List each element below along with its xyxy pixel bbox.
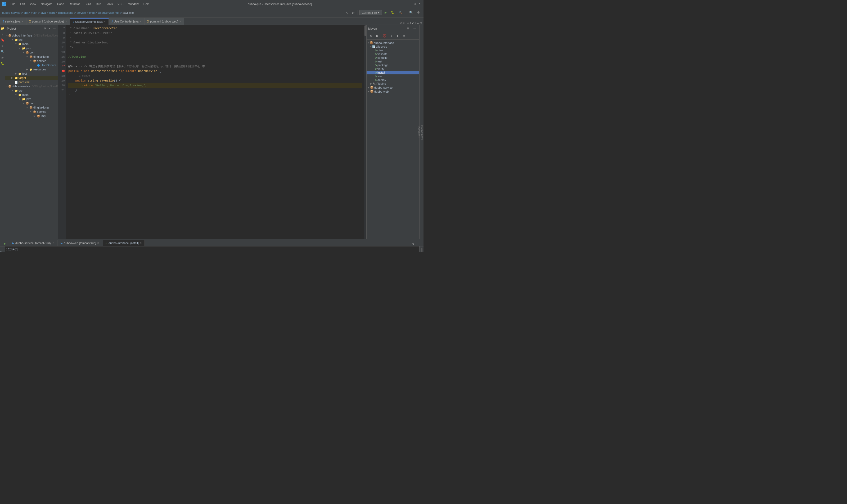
- maven-clean[interactable]: ⚙ clean: [366, 49, 419, 52]
- maven-dubbo-service[interactable]: ▶ 📦 dubbo-service: [366, 86, 419, 89]
- run-tool-icon[interactable]: ▶: [0, 55, 5, 60]
- maven-dubbo-interface[interactable]: ▾ 📦 dubbo-interface: [366, 41, 419, 45]
- notifications-label[interactable]: Notifications: [420, 125, 424, 140]
- menu-navigate[interactable]: Navigate: [39, 2, 54, 6]
- tree-dubbo-interface[interactable]: ▾ 📦 dubbo-interface D:\DingJiaxiong\Idea…: [5, 33, 58, 38]
- tab-service-java[interactable]: J service.java ✕: [0, 18, 26, 24]
- maven-package[interactable]: ⚙ package: [366, 63, 419, 67]
- tree-com-1[interactable]: ▾ 📦 com: [5, 50, 58, 55]
- tree-main-2[interactable]: ▾ 📁 main: [5, 93, 58, 97]
- run-settings-button[interactable]: ⚙: [411, 242, 416, 246]
- project-gear-button[interactable]: ≡: [48, 27, 51, 30]
- editor-scrollbar[interactable]: [364, 25, 366, 239]
- menu-edit[interactable]: Edit: [18, 2, 27, 6]
- bookmarks-icon[interactable]: 🔖: [0, 38, 5, 42]
- tree-service-interface[interactable]: ▾ 📦 service: [5, 59, 58, 63]
- maven-minimize-button[interactable]: —: [412, 26, 418, 31]
- run-play-button[interactable]: ▶: [2, 241, 7, 246]
- menu-code[interactable]: Code: [55, 2, 66, 6]
- tree-test-1[interactable]: ▶ 📁 test: [5, 71, 58, 76]
- debug-tool-icon[interactable]: 🐛: [0, 61, 5, 66]
- maven-install[interactable]: ⚙ install: [366, 71, 419, 74]
- maven-add-button[interactable]: +: [389, 34, 394, 38]
- settings-button[interactable]: ⚙: [416, 10, 421, 15]
- maven-test[interactable]: ⚙ test: [366, 59, 419, 63]
- run-panel-scrollbar[interactable]: [419, 247, 424, 252]
- debug-button[interactable]: 🐛: [389, 10, 396, 15]
- tree-service-2[interactable]: ▾ 📦 service: [5, 110, 58, 114]
- maven-refresh-button[interactable]: ↻: [368, 33, 374, 38]
- tree-impl[interactable]: ▶ 📦 impl: [5, 114, 58, 118]
- database-label[interactable]: Database: [418, 126, 420, 138]
- maven-skip-tests-button[interactable]: 🚫: [381, 33, 388, 38]
- tree-resources-1[interactable]: ▶ 📁 resources: [5, 67, 58, 71]
- tree-java-1[interactable]: ▾ 📁 java: [5, 46, 58, 50]
- tree-dingjiaxiong-2[interactable]: ▾ 📦 dingjiaxiong: [5, 105, 58, 110]
- maven-dubbo-web[interactable]: ▶ 📦 dubbo-web: [366, 89, 419, 93]
- tree-com-2[interactable]: ▾ 📦 com: [5, 101, 58, 105]
- run-tab-service[interactable]: ▶ dubbo-service [tomcat7:run] ✕: [10, 240, 57, 246]
- run-tab-close-install[interactable]: ✕: [140, 242, 142, 244]
- minimize-button[interactable]: ─: [408, 2, 412, 6]
- tab-pom-web[interactable]: X pom.xml (dubbo-web) ✕: [145, 18, 184, 24]
- navigate-back-button[interactable]: ◁: [344, 10, 350, 15]
- menu-build[interactable]: Build: [83, 2, 93, 6]
- structure-icon[interactable]: ≡: [0, 43, 5, 48]
- maven-plugins[interactable]: ▶ 🔌 Plugins: [366, 82, 419, 86]
- maven-validate[interactable]: ⚙ validate: [366, 52, 419, 56]
- project-settings-button[interactable]: ⚙: [43, 27, 47, 30]
- menu-help[interactable]: Help: [141, 2, 152, 6]
- maven-run-phase-button[interactable]: ▶: [375, 33, 380, 38]
- search-everywhere-button[interactable]: 🔍: [408, 10, 415, 15]
- tree-pom-1[interactable]: 📄 pom.xml: [5, 80, 58, 84]
- tree-user-service-interface[interactable]: 🔷 UserService: [5, 63, 58, 67]
- tree-src-1[interactable]: ▾ 📁 src: [5, 38, 58, 42]
- tab-close-user-service-impl[interactable]: ✕: [104, 20, 106, 23]
- tab-close-user-controller[interactable]: ✕: [140, 20, 142, 23]
- window-controls[interactable]: ─ □ ✕: [408, 2, 421, 6]
- tree-java-2[interactable]: ▾ 📁 java: [5, 97, 58, 101]
- maven-download-sources-button[interactable]: ⬇: [395, 33, 400, 38]
- run-tab-close-web[interactable]: ✕: [97, 242, 99, 244]
- find-icon[interactable]: 🔍: [0, 49, 5, 54]
- maven-more-button[interactable]: ≡: [401, 34, 406, 38]
- run-tab-web[interactable]: ▶ dubbo-web [tomcat7:run] ✕: [58, 240, 102, 246]
- maven-verify[interactable]: ⚙ verify: [366, 67, 419, 71]
- tree-src-2[interactable]: ▾ 📁 src: [5, 88, 58, 93]
- build-button[interactable]: 🔨: [397, 10, 404, 15]
- menu-run[interactable]: Run: [94, 2, 103, 6]
- tree-main-1[interactable]: ▾ 📁 main: [5, 42, 58, 46]
- run-close-button[interactable]: —: [417, 242, 422, 246]
- tab-pom-service[interactable]: X pom.xml (dubbo-service) ✕: [26, 18, 70, 24]
- tab-close-pom-service[interactable]: ✕: [65, 20, 67, 23]
- tab-close-service[interactable]: ✕: [21, 20, 23, 23]
- commit-icon[interactable]: ↕: [0, 32, 5, 37]
- current-file-dropdown[interactable]: Current File ▾: [359, 10, 382, 15]
- project-icon[interactable]: 📁: [0, 26, 5, 31]
- tab-close-pom-web[interactable]: ✕: [179, 20, 181, 23]
- maven-deploy[interactable]: ⚙ deploy: [366, 78, 419, 82]
- run-tab-close-service[interactable]: ✕: [52, 242, 55, 244]
- maven-settings-button[interactable]: ⚙: [405, 26, 411, 31]
- maven-site[interactable]: ⚙ site: [366, 74, 419, 78]
- tree-target-1[interactable]: ▶ 📁 target: [5, 76, 58, 80]
- tree-dubbo-service[interactable]: ▾ 📦 dubbo-service D:\DingJiaxiong\IdeaPr…: [5, 84, 58, 88]
- menu-view[interactable]: View: [28, 2, 38, 6]
- tab-user-service-impl[interactable]: J UserServiceImpl.java ✕: [70, 18, 109, 24]
- menu-refactor[interactable]: Refactor: [67, 2, 82, 6]
- close-button[interactable]: ✕: [418, 2, 421, 6]
- menu-tools[interactable]: Tools: [104, 2, 115, 6]
- maven-lifecycle[interactable]: ▾ 🔄 Lifecycle: [366, 45, 419, 49]
- run-button[interactable]: ▶: [383, 10, 388, 15]
- maximize-button[interactable]: □: [413, 2, 417, 6]
- tab-user-controller[interactable]: J UserController.java ✕: [109, 18, 145, 24]
- menu-file[interactable]: File: [8, 2, 17, 6]
- menu-window[interactable]: Window: [126, 2, 141, 6]
- menu-bar[interactable]: File Edit View Navigate Code Refactor Bu…: [8, 2, 151, 6]
- tree-dingjiaxiong-1[interactable]: ▾ 📦 dingjiaxiong: [5, 55, 58, 59]
- menu-vcs[interactable]: VCS: [115, 2, 126, 6]
- run-tab-install[interactable]: ✓ dubbo-interface [install] ✕: [103, 240, 145, 246]
- maven-compile[interactable]: ⚙ compile: [366, 56, 419, 59]
- project-close-button[interactable]: —: [52, 27, 56, 30]
- code-content[interactable]: * ClassName: UserServiceImpl * date: 202…: [66, 25, 364, 239]
